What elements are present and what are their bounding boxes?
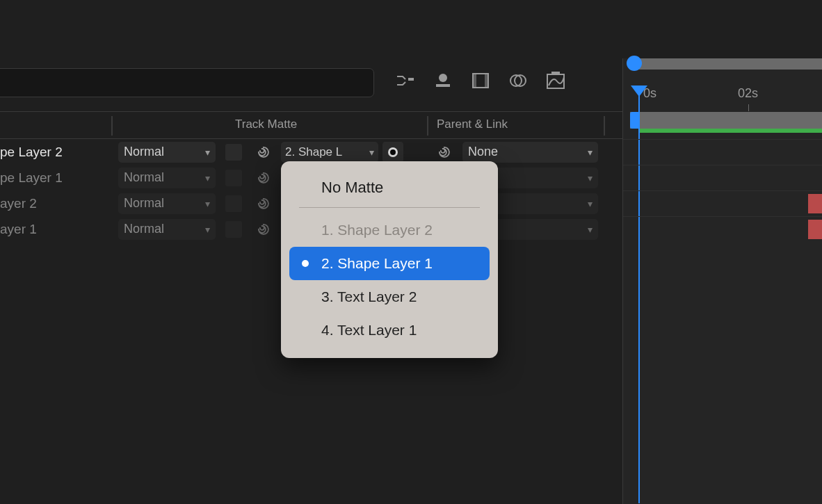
popup-item-label: 2. Shape Layer 1	[321, 255, 433, 272]
popup-no-matte[interactable]: No Matte	[289, 171, 490, 204]
chevron-down-icon: ▾	[205, 172, 210, 184]
track-matte-dropdown[interactable]: 2. Shape L▾	[281, 142, 378, 163]
chevron-down-icon: ▾	[205, 224, 210, 235]
layer-name[interactable]: ayer 2	[0, 196, 111, 211]
blend-mode-value: Normal	[124, 170, 164, 185]
playhead-handle[interactable]	[627, 56, 642, 71]
parent-dropdown[interactable]: None▾	[462, 142, 598, 163]
toggle-square[interactable]	[225, 195, 242, 212]
layer-name[interactable]: pe Layer 1	[0, 170, 111, 186]
center-icon[interactable]	[432, 70, 454, 92]
chevron-down-icon: ▾	[588, 224, 593, 235]
track-matte-value: 2. Shape L	[285, 145, 342, 159]
svg-rect-8	[547, 74, 564, 88]
parent-pickwhip-icon[interactable]	[435, 144, 452, 161]
timeline-row[interactable]	[623, 216, 822, 242]
popup-item[interactable]: 3. Text Layer 2	[289, 280, 490, 314]
popup-item-label: 3. Text Layer 2	[321, 288, 417, 305]
alpha-matte-icon	[388, 147, 398, 157]
svg-point-1	[439, 74, 447, 82]
timeline-row[interactable]	[623, 190, 822, 216]
svg-rect-5	[485, 74, 488, 88]
time-label-1: 02s	[738, 86, 758, 101]
search-input[interactable]	[0, 68, 374, 97]
timeline-row[interactable]	[623, 165, 822, 190]
timeline: 0s 02s	[622, 58, 822, 504]
time-tick	[748, 104, 749, 111]
filmstrip-icon[interactable]	[469, 70, 492, 92]
graph-icon[interactable]	[545, 70, 567, 92]
layer-bar[interactable]	[808, 220, 822, 239]
chevron-down-icon: ▾	[588, 198, 593, 209]
toggle-square[interactable]	[225, 221, 242, 238]
parent-value: None	[468, 145, 498, 159]
layer-bar[interactable]	[808, 194, 822, 213]
blend-mode-dropdown[interactable]: Normal▾	[118, 193, 216, 214]
blend-mode-value: Normal	[124, 196, 164, 211]
blend-mode-value: Normal	[124, 145, 164, 159]
blend-mode-dropdown[interactable]: Normal▾	[118, 142, 216, 163]
chevron-down-icon: ▾	[588, 172, 593, 184]
flow-icon[interactable]	[394, 70, 417, 92]
layer-name[interactable]: ayer 1	[0, 222, 111, 237]
cache-strip	[640, 129, 822, 133]
chevron-down-icon: ▾	[205, 198, 210, 209]
work-area-start-handle[interactable]	[630, 112, 640, 129]
column-track-matte: Track Matte	[235, 117, 297, 131]
blend-mode-value: Normal	[124, 222, 164, 236]
svg-rect-0	[408, 78, 414, 81]
timeline-layer-bars	[623, 139, 822, 242]
chevron-down-icon: ▾	[588, 147, 593, 158]
toolbar-icons	[394, 70, 567, 92]
column-parent-link: Parent & Link	[437, 117, 508, 131]
toggle-square[interactable]	[225, 170, 242, 186]
svg-rect-9	[551, 72, 560, 75]
circles-icon[interactable]	[507, 70, 529, 92]
pickwhip-icon[interactable]	[255, 221, 271, 238]
chevron-down-icon: ▾	[369, 147, 374, 158]
work-area[interactable]	[630, 112, 822, 129]
pickwhip-icon[interactable]	[255, 195, 271, 212]
pickwhip-icon[interactable]	[255, 144, 271, 161]
popup-item-label: 1. Shape Layer 2	[321, 222, 433, 238]
layer-name[interactable]: pe Layer 2	[0, 145, 111, 160]
column-headers: Track Matte Parent & Link	[0, 111, 622, 139]
popup-item-label: 4. Text Layer 1	[321, 322, 417, 339]
svg-rect-4	[473, 74, 476, 88]
blend-mode-dropdown[interactable]: Normal▾	[118, 168, 216, 188]
track-matte-popup: No Matte 1. Shape Layer 22. Shape Layer …	[281, 161, 498, 358]
svg-rect-2	[436, 84, 450, 87]
selected-bullet-icon	[302, 260, 309, 267]
timeline-row[interactable]	[623, 139, 822, 165]
time-ruler[interactable]	[630, 58, 822, 70]
popup-item[interactable]: 4. Text Layer 1	[289, 314, 490, 347]
popup-item: 1. Shape Layer 2	[289, 213, 490, 247]
popup-item[interactable]: 2. Shape Layer 1	[289, 247, 490, 280]
pickwhip-icon[interactable]	[255, 170, 271, 186]
blend-mode-dropdown[interactable]: Normal▾	[118, 219, 216, 240]
toggle-square[interactable]	[225, 144, 242, 161]
matte-type-toggle[interactable]	[382, 142, 403, 163]
popup-divider	[299, 207, 480, 208]
chevron-down-icon: ▾	[205, 147, 210, 158]
